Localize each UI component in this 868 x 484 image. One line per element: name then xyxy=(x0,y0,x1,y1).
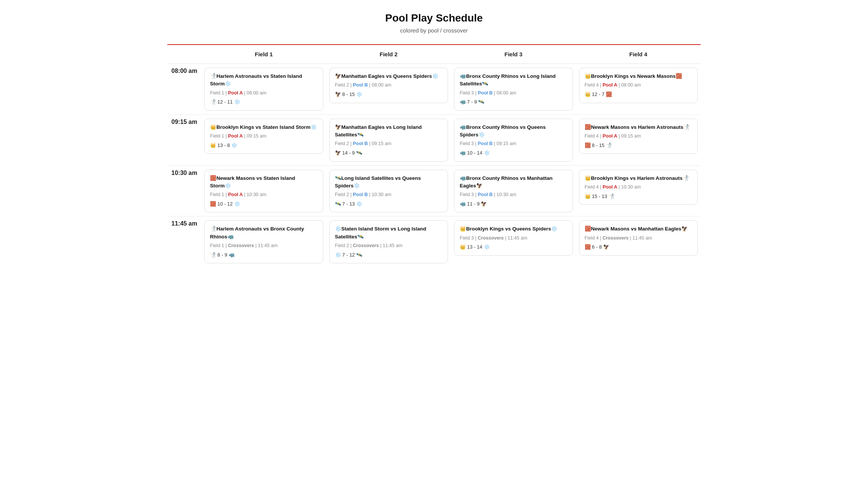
game-field: Field 2 | xyxy=(335,141,353,146)
game-cell-r2-c1: 🛰️Long Island Satellites vs Queens Spide… xyxy=(326,165,451,216)
game-card-r2-c1: 🛰️Long Island Satellites vs Queens Spide… xyxy=(329,170,448,213)
game-field: Field 1 | xyxy=(210,90,228,96)
game-card-r3-c1: ❄️Staten Island Storm vs Long Island Sat… xyxy=(329,220,448,263)
game-time: | 10:30 am xyxy=(493,192,516,197)
game-meta: Field 2 | Pool B | 08:00 am xyxy=(335,82,443,89)
game-pool: Pool B xyxy=(478,90,493,96)
game-cell-r1-c1: 🦅Manhattan Eagles vs Long Island Satelli… xyxy=(326,114,451,165)
game-pool: Pool B xyxy=(353,141,368,146)
game-title: 🤺Harlem Astronauts vs Staten Island Stor… xyxy=(210,73,318,88)
game-score: 🦏 10 - 14 ❄️ xyxy=(460,149,567,157)
game-pool: Pool A xyxy=(602,133,617,139)
game-meta: Field 2 | Pool B | 09:15 am xyxy=(335,140,443,147)
game-cell-r3-c3: 🧱Newark Masons vs Manhattan Eagles🦅Field… xyxy=(576,216,701,267)
game-pool: Pool B xyxy=(478,192,493,197)
game-cell-r2-c3: 👑Brooklyn Kings vs Harlem Astronauts🤺Fie… xyxy=(576,165,701,216)
game-score: 🧱 6 - 8 🦅 xyxy=(585,243,692,251)
game-time: | 09:15 am xyxy=(368,141,391,146)
game-title: 🦏Bronx County Rhinos vs Long Island Sate… xyxy=(460,73,567,88)
game-cell-r0-c0: 🤺Harlem Astronauts vs Staten Island Stor… xyxy=(201,64,326,115)
game-card-r3-c3: 🧱Newark Masons vs Manhattan Eagles🦅Field… xyxy=(579,220,698,256)
game-pool: Pool B xyxy=(353,82,368,88)
game-title: 🧱Newark Masons vs Harlem Astronauts🤺 xyxy=(585,124,692,131)
game-card-r3-c2: 👑Brooklyn Kings vs Queens Spiders❄️Field… xyxy=(454,220,573,256)
game-cell-r2-c0: 🧱Newark Masons vs Staten Island Storm❄️F… xyxy=(201,165,326,216)
game-card-r2-c2: 🦏Bronx County Rhinos vs Manhattan Eagles… xyxy=(454,170,573,213)
game-score: 🧱 8 - 15 🤺 xyxy=(585,142,692,149)
game-card-r0-c1: 🦅Manhattan Eagles vs Queens Spiders❄️Fie… xyxy=(329,68,448,103)
game-time: | 11:45 am xyxy=(629,235,652,241)
game-time: | 10:30 am xyxy=(617,184,641,190)
col-header-time xyxy=(167,45,201,64)
game-cell-r3-c1: ❄️Staten Island Storm vs Long Island Sat… xyxy=(326,216,451,267)
game-title: 🦏Bronx County Rhinos vs Queens Spiders❄️ xyxy=(460,124,567,139)
game-score: 👑 15 - 13 🤺 xyxy=(585,193,692,200)
game-field: Field 1 | xyxy=(210,243,228,248)
game-time: | 11:45 am xyxy=(379,243,402,248)
game-title: 🧱Newark Masons vs Staten Island Storm❄️ xyxy=(210,175,318,190)
time-cell-3: 11:45 am xyxy=(167,216,201,267)
game-score: 🧱 10 - 12 ❄️ xyxy=(210,200,318,208)
game-meta: Field 3 | Pool B | 09:15 am xyxy=(460,140,567,147)
game-field: Field 2 | xyxy=(335,243,353,248)
game-score: 🦏 7 - 9 🛰️ xyxy=(460,98,567,106)
game-time: | 08:00 am xyxy=(493,90,516,96)
game-score: 👑 13 - 14 ❄️ xyxy=(460,243,567,251)
game-pool: Crossovers xyxy=(478,235,504,241)
game-score: ❄️ 7 - 12 🛰️ xyxy=(335,251,443,259)
game-score: 🤺 8 - 9 🦏 xyxy=(210,251,318,259)
game-field: Field 3 | xyxy=(460,235,478,241)
game-field: Field 3 | xyxy=(460,192,478,197)
game-time: | 11:45 am xyxy=(254,243,278,248)
game-meta: Field 2 | Crossovers | 11:45 am xyxy=(335,242,443,249)
game-title: 🧱Newark Masons vs Manhattan Eagles🦅 xyxy=(585,225,692,233)
game-time: | 08:00 am xyxy=(617,82,641,88)
game-pool: Pool A xyxy=(602,184,617,190)
game-title: 👑Brooklyn Kings vs Newark Masons🧱 xyxy=(585,73,692,80)
game-card-r0-c3: 👑Brooklyn Kings vs Newark Masons🧱Field 4… xyxy=(579,68,698,103)
col-header-field1: Field 1 xyxy=(201,45,326,64)
game-time: | 08:00 am xyxy=(243,90,266,96)
game-time: | 10:30 am xyxy=(243,192,266,197)
game-meta: Field 3 | Pool B | 10:30 am xyxy=(460,191,567,198)
game-field: Field 3 | xyxy=(460,141,478,146)
game-meta: Field 4 | Pool A | 10:30 am xyxy=(585,184,692,191)
time-cell-1: 09:15 am xyxy=(167,114,201,165)
page-title: Pool Play Schedule xyxy=(167,12,701,24)
schedule-table: Field 1 Field 2 Field 3 Field 4 08:00 am… xyxy=(167,45,701,267)
game-cell-r3-c2: 👑Brooklyn Kings vs Queens Spiders❄️Field… xyxy=(451,216,576,267)
game-cell-r3-c0: 🤺Harlem Astronauts vs Bronx County Rhino… xyxy=(201,216,326,267)
game-cell-r1-c2: 🦏Bronx County Rhinos vs Queens Spiders❄️… xyxy=(451,114,576,165)
game-meta: Field 1 | Pool A | 08:00 am xyxy=(210,90,318,97)
game-field: Field 2 | xyxy=(335,192,353,197)
game-title: 🦅Manhattan Eagles vs Queens Spiders❄️ xyxy=(335,73,443,80)
game-field: Field 4 | xyxy=(585,133,603,139)
game-time: | 10:30 am xyxy=(368,192,391,197)
game-meta: Field 4 | Pool A | 08:00 am xyxy=(585,82,692,89)
game-score: 👑 13 - 8 ❄️ xyxy=(210,142,318,149)
game-title: 🤺Harlem Astronauts vs Bronx County Rhino… xyxy=(210,225,318,241)
game-score: 🦏 11 - 9 🦅 xyxy=(460,200,567,208)
game-score: 🦅 14 - 9 🛰️ xyxy=(335,149,443,157)
page-subtitle: colored by pool / crossover xyxy=(167,27,701,34)
game-time: | 09:15 am xyxy=(493,141,516,146)
game-card-r2-c3: 👑Brooklyn Kings vs Harlem Astronauts🤺Fie… xyxy=(579,170,698,205)
game-time: | 09:15 am xyxy=(243,133,266,139)
game-pool: Pool A xyxy=(228,192,243,197)
game-card-r2-c0: 🧱Newark Masons vs Staten Island Storm❄️F… xyxy=(204,170,323,213)
game-card-r1-c3: 🧱Newark Masons vs Harlem Astronauts🤺Fiel… xyxy=(579,119,698,154)
game-field: Field 3 | xyxy=(460,90,478,96)
game-field: Field 4 | xyxy=(585,82,603,88)
game-cell-r0-c2: 🦏Bronx County Rhinos vs Long Island Sate… xyxy=(451,64,576,115)
game-card-r1-c0: 👑Brooklyn Kings vs Staten Island Storm❄️… xyxy=(204,119,323,154)
game-pool: Pool B xyxy=(353,192,368,197)
page-container: Pool Play Schedule colored by pool / cro… xyxy=(158,0,710,279)
game-time: | 11:45 am xyxy=(504,235,527,241)
game-cell-r2-c2: 🦏Bronx County Rhinos vs Manhattan Eagles… xyxy=(451,165,576,216)
game-meta: Field 3 | Pool B | 08:00 am xyxy=(460,90,567,97)
game-cell-r1-c0: 👑Brooklyn Kings vs Staten Island Storm❄️… xyxy=(201,114,326,165)
game-pool: Pool A xyxy=(228,90,243,96)
game-pool: Pool A xyxy=(228,133,243,139)
game-time: | 09:15 am xyxy=(617,133,641,139)
game-card-r3-c0: 🤺Harlem Astronauts vs Bronx County Rhino… xyxy=(204,220,323,263)
